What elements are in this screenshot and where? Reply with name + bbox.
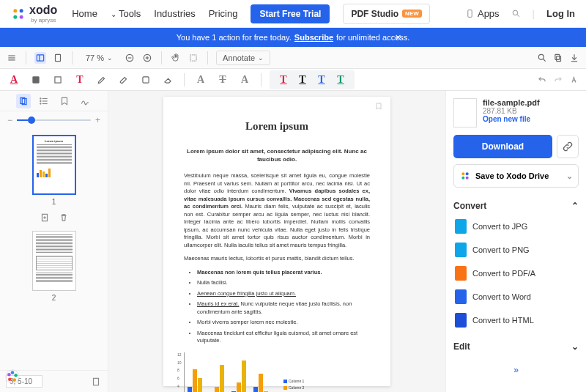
close-banner-icon[interactable]: ✕ <box>395 33 401 42</box>
freetext-icon[interactable]: T <box>72 72 88 88</box>
save-to-drive-button[interactable]: Save to Xodo Drive ⌄ <box>453 164 579 188</box>
text-style-group: T T T T <box>270 70 355 89</box>
open-new-file-link[interactable]: Open new file <box>483 115 579 123</box>
svg-point-3 <box>20 15 23 18</box>
more-icon[interactable] <box>568 74 580 86</box>
page-options-icon[interactable] <box>90 376 102 388</box>
download-icon[interactable] <box>568 52 580 64</box>
menu-icon[interactable] <box>6 52 18 64</box>
style-black[interactable]: T <box>294 72 311 88</box>
doc-para: Maecenas mauris lectus, lobortis et puru… <box>184 255 370 263</box>
file-name: file-sample.pdf <box>483 98 579 107</box>
svg-point-5 <box>513 10 518 15</box>
style-red[interactable]: T <box>275 72 292 88</box>
edit-section-header[interactable]: Edit⌄ <box>453 337 579 356</box>
shape-icon[interactable] <box>138 72 154 88</box>
highlighter-icon[interactable] <box>116 72 132 88</box>
copy-icon[interactable] <box>552 52 564 64</box>
svg-rect-4 <box>468 10 472 18</box>
convert-option[interactable]: Convert to HTML <box>453 309 579 331</box>
login-button[interactable]: Log In <box>546 8 575 19</box>
nav-industries[interactable]: Industries <box>154 8 195 19</box>
promo-banner: You have 1 action for free today. Subscr… <box>0 28 586 47</box>
search-icon[interactable] <box>511 9 521 18</box>
bookmarks-tab[interactable] <box>57 94 72 108</box>
doc-list: Maecenas non lorem quis tellus placerat … <box>197 269 370 345</box>
svg-rect-21 <box>557 56 561 61</box>
zoom-select[interactable]: 77 % ⌄ <box>81 51 118 64</box>
svg-point-49 <box>466 177 469 180</box>
right-panel: file-sample.pdf 287.81 KB Open new file … <box>445 91 586 392</box>
svg-rect-12 <box>56 54 61 61</box>
svg-point-40 <box>11 371 15 374</box>
thumb-label: 1 <box>0 198 108 206</box>
download-button[interactable]: Download <box>453 135 552 158</box>
file-thumb <box>453 98 477 127</box>
svg-rect-25 <box>32 76 39 83</box>
convert-option[interactable]: Convert to PDF/A <box>453 262 579 284</box>
svg-point-19 <box>538 54 544 59</box>
svg-rect-27 <box>143 76 149 82</box>
thumbnails-tab[interactable] <box>16 94 31 108</box>
document-viewport[interactable]: Lorem ipsum Lorem ipsum dolor sit amet, … <box>108 91 445 392</box>
text-color-icon[interactable]: A <box>6 72 22 88</box>
nav-home[interactable]: Home <box>72 8 97 19</box>
thumbnail-page-1[interactable]: Lorem ipsum <box>32 135 76 195</box>
thumbnails-panel: − + Lorem ipsum 1 2 <box>0 91 108 392</box>
panel-toggle-icon[interactable] <box>34 52 46 64</box>
drive-icon <box>459 170 471 182</box>
svg-rect-26 <box>55 76 61 82</box>
style-blue[interactable]: T <box>314 72 330 88</box>
outline-tab[interactable] <box>37 94 51 108</box>
pan-icon[interactable] <box>170 52 182 64</box>
color-picker-icon[interactable] <box>4 369 21 385</box>
thumbnail-page-2[interactable] <box>32 231 76 291</box>
style-green[interactable]: T <box>333 72 349 88</box>
convert-option[interactable]: Convert to PNG <box>453 239 579 261</box>
svg-point-1 <box>20 9 23 12</box>
mobile-icon <box>465 9 475 18</box>
convert-option[interactable]: Convert to JPG <box>453 215 579 237</box>
signatures-tab[interactable] <box>78 94 92 108</box>
search-doc-icon[interactable] <box>536 52 548 64</box>
start-trial-button[interactable]: Start Free Trial <box>251 4 330 23</box>
svg-line-20 <box>544 59 546 61</box>
svg-point-48 <box>461 177 464 180</box>
logo[interactable]: xodoby apryse <box>11 4 57 23</box>
svg-rect-18 <box>190 54 196 60</box>
svg-rect-22 <box>555 54 560 59</box>
convert-section-header[interactable]: Convert⌃ <box>453 196 579 215</box>
delete-page-icon[interactable] <box>58 212 70 223</box>
zoom-out-icon[interactable] <box>124 52 136 64</box>
zoom-in-icon[interactable] <box>141 52 153 64</box>
thumb-label: 2 <box>0 294 108 302</box>
strike-icon[interactable]: T <box>215 72 231 88</box>
pdf-studio-button[interactable]: PDF StudioNEW <box>343 4 429 24</box>
subscribe-link[interactable]: Subscribe <box>294 33 333 42</box>
file-size: 287.81 KB <box>483 107 579 115</box>
redo-icon[interactable] <box>552 74 564 86</box>
svg-line-6 <box>517 15 519 17</box>
view-mode-icon[interactable] <box>52 52 64 64</box>
eraser-icon[interactable] <box>160 72 176 88</box>
undo-icon[interactable] <box>536 74 548 86</box>
font-icon[interactable]: A <box>193 72 209 88</box>
bookmark-icon[interactable] <box>374 101 383 114</box>
nav-tools[interactable]: ⌄Tools <box>111 8 141 19</box>
annotate-mode-select[interactable]: Annotate ⌄ <box>216 51 270 65</box>
nav-pricing[interactable]: Pricing <box>209 8 238 19</box>
svg-point-43 <box>8 377 12 381</box>
note-icon[interactable] <box>50 72 66 88</box>
share-link-button[interactable] <box>557 135 579 158</box>
thumb-size-slider[interactable]: − + <box>0 111 108 129</box>
highlight-icon[interactable] <box>28 72 44 88</box>
nav-apps[interactable]: Apps <box>465 8 500 19</box>
squiggly-icon[interactable]: A <box>237 72 253 88</box>
convert-option[interactable]: Convert to Word <box>453 286 579 308</box>
svg-rect-45 <box>94 378 99 385</box>
select-icon[interactable] <box>188 52 199 64</box>
add-page-icon[interactable] <box>39 212 51 223</box>
page-1: Lorem ipsum Lorem ipsum dolor sit amet, … <box>163 97 390 386</box>
expand-more-button[interactable]: » <box>453 360 579 380</box>
pen-icon[interactable] <box>94 72 110 88</box>
